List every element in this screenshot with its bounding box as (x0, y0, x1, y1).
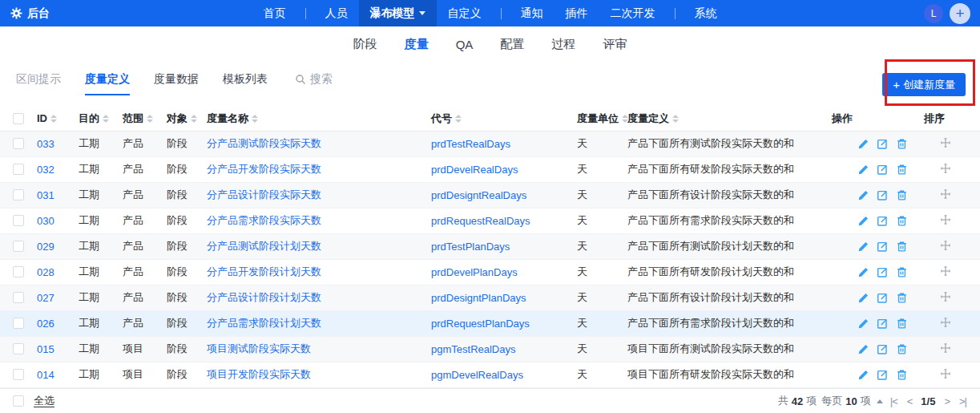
measure-code-link[interactable]: prdRequestPlanDays (431, 318, 530, 330)
measure-code-link[interactable]: pgmDevelRealDays (431, 369, 523, 381)
id-link[interactable]: 027 (37, 292, 54, 304)
measure-code-link[interactable]: prdTestPlanDays (431, 241, 510, 253)
id-link[interactable]: 030 (37, 215, 54, 227)
measure-code-link[interactable]: prdDesigntRealDays (431, 189, 526, 201)
measure-code-link[interactable]: prdDevelRealDays (431, 164, 518, 176)
edit-form-icon[interactable] (877, 215, 889, 227)
edit-pencil-icon[interactable] (857, 318, 869, 330)
delete-trash-icon[interactable] (896, 189, 908, 201)
select-all-label[interactable]: 全选 (34, 394, 54, 408)
measure-name-link[interactable]: 项目开发阶段实际天数 (207, 368, 311, 380)
nav-item-自定义[interactable]: 自定义 (437, 0, 493, 26)
column-header-度量定义[interactable]: 度量定义 (621, 107, 825, 131)
measure-code-link[interactable]: prdDevelPlanDays (431, 266, 518, 278)
delete-trash-icon[interactable] (896, 241, 908, 253)
row-checkbox[interactable] (13, 164, 24, 175)
delete-trash-icon[interactable] (896, 292, 908, 304)
subnav-item-阶段[interactable]: 阶段 (353, 37, 377, 52)
edit-pencil-icon[interactable] (857, 343, 869, 355)
id-link[interactable]: 014 (37, 369, 54, 381)
column-header-对象[interactable]: 对象 (160, 107, 200, 131)
last-page-button[interactable]: >| (957, 395, 969, 407)
measure-code-link[interactable]: prdTestRealDays (431, 138, 510, 150)
edit-pencil-icon[interactable] (857, 241, 869, 253)
id-link[interactable]: 028 (37, 266, 54, 278)
edit-pencil-icon[interactable] (857, 138, 869, 150)
delete-trash-icon[interactable] (896, 266, 908, 278)
edit-form-icon[interactable] (877, 318, 889, 330)
id-link[interactable]: 029 (37, 241, 54, 253)
brand[interactable]: 后台 (0, 6, 50, 21)
move-drag-icon[interactable] (940, 240, 951, 251)
edit-pencil-icon[interactable] (857, 215, 869, 227)
sort-arrows-icon[interactable] (672, 115, 679, 123)
user-avatar[interactable]: L (924, 4, 943, 23)
move-drag-icon[interactable] (940, 291, 951, 302)
measure-name-link[interactable]: 分产品需求阶段实际天数 (207, 214, 321, 226)
sort-arrows-icon[interactable] (103, 115, 109, 123)
delete-trash-icon[interactable] (896, 164, 908, 176)
edit-form-icon[interactable] (877, 266, 889, 278)
id-link[interactable]: 015 (37, 343, 54, 355)
tab-模板列表[interactable]: 模板列表 (223, 72, 268, 95)
subnav-item-过程[interactable]: 过程 (551, 37, 575, 52)
delete-trash-icon[interactable] (896, 215, 908, 227)
row-checkbox[interactable] (13, 369, 24, 380)
nav-item-人员[interactable]: 人员 (314, 0, 359, 26)
id-link[interactable]: 032 (37, 164, 54, 176)
move-drag-icon[interactable] (940, 265, 951, 277)
column-header-ID[interactable]: ID (30, 107, 72, 131)
row-checkbox[interactable] (13, 318, 24, 329)
edit-pencil-icon[interactable] (857, 369, 869, 381)
delete-trash-icon[interactable] (896, 138, 908, 150)
edit-pencil-icon[interactable] (857, 292, 869, 304)
edit-form-icon[interactable] (877, 189, 889, 201)
row-checkbox[interactable] (13, 292, 24, 303)
edit-form-icon[interactable] (877, 164, 889, 176)
column-header-度量单位[interactable]: 度量单位 (571, 107, 621, 131)
measure-name-link[interactable]: 分产品测试阶段计划天数 (207, 240, 321, 252)
row-checkbox[interactable] (13, 241, 24, 252)
edit-form-icon[interactable] (877, 292, 889, 304)
row-checkbox[interactable] (13, 189, 24, 200)
move-drag-icon[interactable] (940, 342, 951, 354)
per-page-select[interactable]: 每页10项 (821, 394, 882, 408)
nav-item-二次开发[interactable]: 二次开发 (599, 0, 667, 26)
sort-arrows-icon[interactable] (191, 115, 197, 123)
edit-form-icon[interactable] (877, 343, 889, 355)
nav-item-插件[interactable]: 插件 (555, 0, 599, 26)
edit-pencil-icon[interactable] (857, 189, 869, 201)
search-tab[interactable]: 搜索 (295, 72, 333, 87)
move-drag-icon[interactable] (940, 163, 951, 174)
first-page-button[interactable]: |< (888, 395, 900, 407)
tab-度量数据[interactable]: 度量数据 (154, 72, 199, 95)
prev-page-button[interactable]: < (905, 395, 915, 407)
add-button[interactable]: + (950, 3, 970, 24)
nav-item-系统[interactable]: 系统 (684, 0, 728, 26)
nav-item-首页[interactable]: 首页 (252, 0, 297, 26)
row-checkbox[interactable] (13, 138, 24, 149)
tab-区间提示[interactable]: 区间提示 (16, 72, 61, 95)
edit-pencil-icon[interactable] (857, 164, 869, 176)
edit-form-icon[interactable] (877, 241, 889, 253)
column-header-范围[interactable]: 范围 (116, 107, 160, 131)
header-checkbox[interactable] (13, 113, 24, 124)
measure-name-link[interactable]: 分产品设计阶段计划天数 (207, 291, 321, 303)
move-drag-icon[interactable] (940, 137, 951, 148)
nav-item-瀑布模型[interactable]: 瀑布模型 (359, 0, 437, 26)
create-measure-button[interactable]: + 创建新度量 (882, 73, 966, 96)
move-drag-icon[interactable] (940, 214, 951, 225)
sort-arrows-icon[interactable] (50, 115, 57, 123)
tab-度量定义[interactable]: 度量定义 (85, 72, 130, 95)
column-header-代号[interactable]: 代号 (425, 107, 571, 131)
next-page-button[interactable]: > (942, 395, 952, 407)
subnav-item-评审[interactable]: 评审 (603, 37, 627, 52)
measure-name-link[interactable]: 分产品开发阶段计划天数 (207, 265, 321, 277)
edit-form-icon[interactable] (877, 138, 889, 150)
move-drag-icon[interactable] (940, 317, 951, 328)
edit-form-icon[interactable] (877, 369, 889, 381)
move-drag-icon[interactable] (940, 188, 951, 200)
column-header-度量名称[interactable]: 度量名称 (200, 107, 425, 131)
measure-name-link[interactable]: 分产品测试阶段实际天数 (207, 137, 321, 149)
subnav-item-QA[interactable]: QA (456, 38, 474, 51)
